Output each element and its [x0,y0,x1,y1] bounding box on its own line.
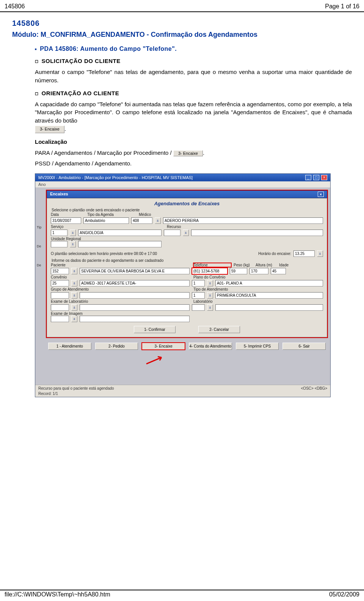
picker-icon[interactable]: ± [183,230,189,236]
picker-icon[interactable]: ± [207,304,213,311]
loc-path1-prefix: PARA / Agendamentos / Marcação por Proce… [35,149,173,156]
orientacao-head: ◻ORIENTAÇÃO AO CLIENTE [35,90,352,96]
doc-code: 145806 [12,19,352,28]
tipo-agenda-label: Tipo da Agenda [87,212,136,217]
maximize-icon[interactable]: □ [313,175,319,180]
picker-icon[interactable]: ± [71,316,77,322]
status-bar-2: Record: 1/1 [35,392,330,397]
conta-button[interactable]: 4- Conta do Atendimento [189,343,232,350]
sair-button[interactable]: 6- Sair [282,343,326,350]
pda-line: ■PDA 145806: Aumento do Campo "Telefone"… [35,46,352,52]
grupo-at-label: Grupo de Atendimento [51,287,191,291]
app-menubar[interactable]: Ano [35,181,330,187]
paciente-label: Paciente [51,263,191,267]
solicitacao-head-text: SOLICITAÇÃO DO CLIENTE [42,58,121,64]
tipo-at-label: Tipo de Atendimento [193,287,323,291]
pda-text: PDA 145806: Aumento do Campo "Telefone". [40,46,177,52]
picker-icon[interactable]: ± [71,304,77,311]
laboratorio-label: Laboratório [193,299,323,304]
orientacao-head-text: ORIENTAÇÃO AO CLIENTE [42,90,119,96]
recurso-label: Recurso [167,225,323,229]
recurso-id-input[interactable] [164,230,180,236]
picker-icon[interactable]: ± [207,280,213,286]
telefone-input[interactable]: (81) 1234-5768 [192,268,228,274]
laboratorio-id-input[interactable] [192,304,205,311]
servico-id-input[interactable]: 1 [51,230,67,236]
picker-icon[interactable]: ± [71,268,77,274]
app-screenshot: MV2000I - Ambulatório - [Marcação por Pr… [35,173,331,397]
laboratorio-input[interactable] [215,304,323,311]
dialog-heading: Agendamentos de Encaixes [51,201,323,206]
pedido-button[interactable]: 2- Pedido [95,343,138,350]
medico-label: Médico [139,212,323,217]
tipo-at-input[interactable]: PRIMEIRA CONSULTA [215,292,323,299]
paciente-input[interactable]: SEVERINA DE OLIVEIRA BARBOSA DA SILVA E [80,268,190,274]
picker-icon[interactable]: ± [317,250,323,257]
paciente-id-input[interactable]: 152 [51,268,69,274]
dialog-titlebar: Encaixes × [47,190,327,198]
picker-icon[interactable]: ± [70,241,76,247]
encaixe-button[interactable]: 3- Encaixe [142,343,185,350]
grupo-at-input[interactable] [80,292,190,299]
status-record: Record: 1/1 [38,392,58,396]
minimize-icon[interactable]: _ [305,175,311,180]
tipo-at-id-input[interactable]: 1 [192,292,205,299]
window-buttons: _ □ × [304,175,327,180]
orientacao-text: A capacidade do campo "Telefone" foi aum… [35,101,352,124]
grupo-at-id-input[interactable] [51,292,69,299]
atendimento-button[interactable]: 1 - Atendimento [48,343,91,350]
status-right: <OSC> <DBG> [301,386,327,390]
dialog-title-text: Encaixes [50,192,68,197]
red-arrow-icon [144,354,167,366]
picker-icon[interactable]: ± [155,217,161,224]
picker-icon[interactable]: ± [71,280,77,286]
orientacao-body: A capacidade do campo "Telefone" foi aum… [35,100,352,133]
data-input[interactable]: 31/08/2007 [51,217,81,224]
unidade-label: Unidade Regional [51,237,323,241]
side-panel-tabs: Tip De De [37,225,44,282]
picker-icon[interactable]: ± [70,230,76,236]
plano-id-input[interactable]: 1 [192,280,205,286]
telefone-label: Telefone [193,263,231,267]
status-left: Recurso para qual o paciente está agenda… [38,386,114,390]
imprimir-button[interactable]: 5- Imprimir CPS [236,343,279,350]
tipo-agenda-input[interactable]: Ambulatório [83,217,129,224]
horario-input[interactable]: 13.25 [293,250,315,257]
confirmar-button[interactable]: 1- Confirmar [134,326,176,333]
medico-input[interactable]: ADEROO PEREIRA [163,217,323,224]
altura-input[interactable]: 170 [249,268,268,274]
app-title: MV2000I - Ambulatório - [Marcação por Pr… [38,175,193,180]
unidade-id-input[interactable] [51,241,67,247]
convenio-id-input[interactable]: 25 [51,280,69,286]
exame-img-input[interactable] [80,316,190,322]
plano-label: Plano do Convênio [193,275,323,279]
exame-img-id-input[interactable] [51,316,69,322]
dialog-close-icon[interactable]: × [318,192,324,197]
cancelar-button[interactable]: 2- Cancelar [198,326,240,333]
exame-img-label: Exame de Imagem [51,312,323,316]
idade-label: Idade [279,263,289,267]
group1-label: Selecione o plantão onde será encaixado … [52,208,323,212]
doc-module: Módulo: M_CONFIRMA_AGENDAMENTO - Confirm… [12,31,352,39]
exame-lab-id-input[interactable] [51,304,69,311]
picker-icon[interactable]: ± [71,292,77,299]
localizacao-head: Localização [35,138,352,145]
bullet-open-square-icon: ◻ [35,59,39,63]
exame-lab-label: Exame de Laboratório [51,299,191,304]
picker-icon[interactable]: ± [207,292,213,299]
exame-lab-input[interactable] [80,304,190,311]
convenio-input[interactable]: ADMED -3017 AGRESTE LTDA- [80,280,190,286]
horario-encaixe-label: Horário do encaixe: [258,252,291,256]
plano-input[interactable]: A01- PLANO A [215,280,323,286]
medico-id-input[interactable]: 408 [131,217,152,224]
close-icon[interactable]: × [321,175,327,180]
loc-path-2: PSSD / Agendamento / Agendamento. [35,160,352,167]
recurso-input[interactable] [191,230,323,236]
idade-input[interactable]: 45 [271,268,286,274]
dialog-body: Agendamentos de Encaixes Selecione o pla… [47,198,327,337]
side-de1: De [37,244,44,248]
peso-input[interactable]: 59 [230,268,247,274]
servico-label: Serviço [51,225,165,229]
unidade-input[interactable] [78,241,162,247]
servico-input[interactable]: ANGIOLOGIA [78,230,162,236]
